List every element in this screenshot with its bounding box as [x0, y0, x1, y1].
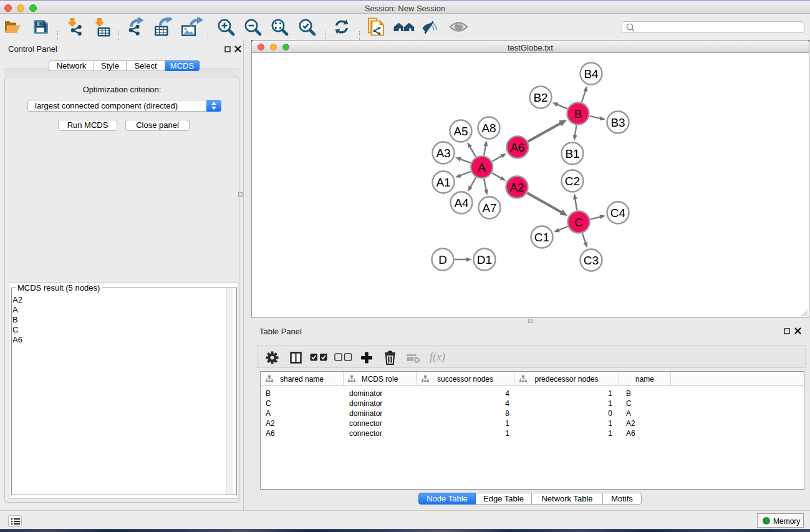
- svg-text:A6: A6: [510, 141, 524, 154]
- svg-text:C1: C1: [534, 231, 549, 244]
- svg-text:B: B: [574, 107, 582, 120]
- svg-text:A1: A1: [436, 176, 450, 189]
- svg-text:C2: C2: [565, 175, 580, 188]
- svg-text:D: D: [438, 253, 447, 266]
- svg-text:A4: A4: [454, 196, 469, 210]
- svg-text:B3: B3: [610, 116, 625, 129]
- svg-text:B2: B2: [533, 91, 547, 104]
- svg-text:A7: A7: [482, 201, 496, 215]
- svg-text:A3: A3: [436, 147, 450, 160]
- svg-text:C3: C3: [584, 254, 599, 267]
- svg-text:A: A: [478, 161, 486, 174]
- svg-text:B1: B1: [565, 147, 579, 160]
- svg-text:A5: A5: [453, 125, 468, 138]
- svg-text:A8: A8: [481, 122, 496, 135]
- svg-text:A2: A2: [509, 181, 524, 194]
- svg-text:C: C: [574, 216, 583, 229]
- svg-text:D1: D1: [477, 253, 492, 266]
- svg-text:C4: C4: [610, 206, 626, 220]
- svg-text:B4: B4: [584, 67, 599, 80]
